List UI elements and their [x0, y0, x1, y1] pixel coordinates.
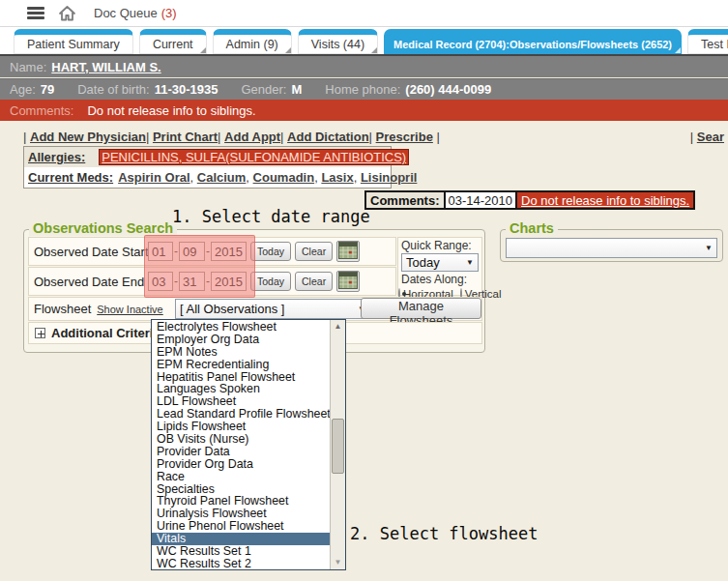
comments-label: Comments:	[10, 103, 73, 118]
allergies-link[interactable]: Allergies:	[28, 150, 85, 164]
queue-title[interactable]: Doc Queue	[94, 6, 158, 20]
date-end-clear-button[interactable]: Clear	[295, 272, 333, 291]
quick-range-value: Today	[406, 255, 440, 270]
app-window: Doc Queue (3) Patient Summary Current Ad…	[0, 0, 728, 581]
patient-summary-box: Allergies: PENICILLINS, SULFA(SULFONAMID…	[23, 146, 392, 189]
age-value: 79	[41, 82, 54, 97]
comments-box-alert-link[interactable]: Do not release info to siblings.	[515, 192, 693, 208]
search-link[interactable]: Sear	[697, 130, 724, 144]
flowsheet-option[interactable]: Race	[152, 471, 330, 483]
scroll-down-icon[interactable]: ▼	[331, 556, 345, 569]
dob-label: Date of birth:	[77, 82, 149, 97]
dob-value: 11-30-1935	[155, 82, 218, 97]
action-links: Add New PhysicianPrint ChartAdd ApptAdd …	[23, 130, 440, 144]
current-meds-row: Current Meds: Aspirin OralCalciumCoumadi…	[24, 167, 391, 188]
phone-label: Home phone:	[325, 82, 400, 97]
flowsheet-option[interactable]: EPM Recredentialing	[152, 359, 330, 371]
action-link-anchor[interactable]: Add New Physician	[30, 130, 146, 144]
scrollbar-thumb[interactable]	[332, 419, 344, 474]
tab-visits[interactable]: Visits (44)	[298, 29, 378, 54]
comments-inline-box: Comments: 03-14-2010 Do not release info…	[364, 190, 695, 210]
comments-box-date: 03-14-2010	[444, 192, 516, 208]
date-start-clear-button[interactable]: Clear	[295, 242, 333, 261]
list-scrollbar: ▲ ▼	[330, 320, 345, 569]
charts-panel: Charts ▼	[500, 229, 723, 262]
charts-legend: Charts	[506, 220, 558, 236]
annotation-step1: 1. Select date range	[172, 207, 370, 226]
patient-name-bar: Name: HART, WILLIAM S.	[0, 56, 728, 77]
med-link[interactable]: Coumadin	[253, 170, 315, 185]
tab-medical-record[interactable]: Medical Record (2704):Observations/Flows…	[384, 29, 682, 54]
action-link-anchor[interactable]: Add Appt	[224, 130, 280, 144]
age-label: Age:	[10, 82, 36, 97]
med-item: Lisinopril	[361, 170, 418, 185]
meds-list: Aspirin OralCalciumCoumadinLasixLisinopr…	[118, 170, 417, 185]
flowsheet-select[interactable]: [ All Observations ] ▼	[175, 299, 370, 319]
flowsheet-option[interactable]: WC Results Set 2	[152, 558, 330, 568]
home-icon[interactable]	[58, 5, 76, 21]
comments-box-label: Comments:	[366, 192, 444, 208]
med-link[interactable]: Lisinopril	[361, 170, 418, 185]
flowsheet-label: Flowsheet	[34, 302, 91, 316]
flowsheet-option[interactable]: EPM Notes	[152, 346, 330, 359]
date-separator: -	[206, 275, 210, 288]
action-link: Print Chart	[146, 130, 218, 144]
top-bar: Doc Queue (3)	[0, 0, 728, 27]
current-meds-link[interactable]: Current Meds:	[28, 170, 113, 185]
date-end-month-input[interactable]	[148, 272, 173, 291]
tab-patient-summary[interactable]: Patient Summary	[14, 29, 133, 54]
gender-label: Gender:	[241, 82, 286, 97]
action-link: Prescribe	[369, 130, 433, 144]
expand-plus-icon[interactable]	[35, 328, 45, 338]
dates-along-label: Dates Along:	[401, 273, 481, 286]
quick-range-label: Quick Range:	[401, 239, 481, 252]
flowsheet-option[interactable]: Provider Org Data	[152, 458, 330, 471]
action-link-anchor[interactable]: Print Chart	[153, 130, 218, 144]
manage-flowsheets-button[interactable]: Manage Flowsheets	[361, 298, 481, 319]
chevron-down-icon: ▼	[466, 258, 474, 267]
tab-admin[interactable]: Admin (9)	[213, 29, 292, 54]
date-start-day-input[interactable]	[179, 242, 205, 261]
date-end-year-input[interactable]	[211, 272, 247, 291]
date-end-row: Observed Date End - - Today Clear	[28, 267, 396, 296]
action-link: Add New Physician	[23, 130, 146, 144]
flowsheet-option[interactable]: OB Visits (Nurse)	[152, 433, 330, 446]
flowsheet-select-value: [ All Observations ]	[180, 302, 284, 316]
action-link-anchor[interactable]: Prescribe	[376, 130, 433, 144]
tab-current[interactable]: Current	[139, 29, 207, 54]
med-link[interactable]: Aspirin Oral	[118, 170, 189, 185]
scroll-up-icon[interactable]: ▲	[331, 320, 345, 334]
flowsheet-option[interactable]: Employer Org Data	[152, 334, 330, 346]
date-separator: -	[174, 245, 178, 258]
additional-criteria-label: Additional Criteria	[51, 326, 160, 340]
hamburger-menu-icon[interactable]	[27, 7, 44, 19]
date-start-calendar-icon[interactable]	[336, 241, 360, 262]
tab-test-results[interactable]: Test Results (81)	[687, 29, 728, 54]
tab-bar: Patient Summary Current Admin (9) Visits…	[0, 27, 728, 56]
flowsheet-option[interactable]: Electrolytes Flowsheet	[152, 321, 330, 334]
charts-select[interactable]: ▼	[506, 238, 717, 258]
date-start-year-input[interactable]	[211, 242, 247, 261]
action-link-anchor[interactable]: Add Dictation	[287, 130, 369, 144]
patient-name-link[interactable]: HART, WILLIAM S.	[51, 60, 160, 74]
allergy-values-link[interactable]: PENICILLINS, SULFA(SULFONAMIDE ANTIBIOTI…	[99, 149, 409, 165]
date-end-label: Observed Date End	[34, 275, 148, 289]
date-start-month-input[interactable]	[148, 242, 173, 261]
flowsheet-row: Flowsheet Show Inactive [ All Observatio…	[28, 297, 482, 321]
date-start-today-button[interactable]: Today	[250, 242, 291, 261]
date-start-row: Observed Date Start - - Today Clear	[28, 237, 396, 266]
flowsheet-option[interactable]: WC Results Set 1	[152, 545, 330, 558]
flowsheet-option[interactable]: Provider Data	[152, 446, 330, 458]
queue-count: (3)	[161, 6, 177, 20]
search-link-wrap: Sear	[690, 130, 724, 144]
med-link[interactable]: Calcium	[197, 170, 247, 185]
med-item: Calcium	[197, 170, 253, 185]
show-inactive-link[interactable]: Show Inactive	[97, 304, 162, 315]
date-end-calendar-icon[interactable]	[336, 271, 360, 292]
quick-range-select[interactable]: Today ▼	[401, 253, 479, 272]
date-end-day-input[interactable]	[179, 272, 205, 291]
date-end-today-button[interactable]: Today	[250, 272, 291, 291]
gender-value: M	[291, 82, 302, 97]
med-link[interactable]: Lasix	[321, 170, 353, 185]
flowsheet-dropdown-list: Electrolytes FlowsheetEmployer Org DataE…	[151, 319, 346, 570]
